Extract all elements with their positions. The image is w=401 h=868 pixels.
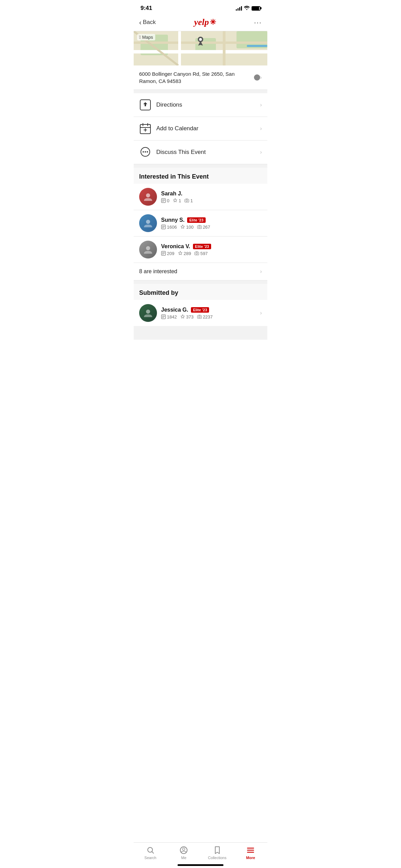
stat-photos-sunny: 267 [197, 225, 210, 230]
submitted-title: Submitted by [139, 289, 178, 296]
stat-reviews-sarah: 0 [161, 198, 169, 203]
user-name-sarah: Sarah J. [161, 191, 182, 197]
svg-point-24 [146, 193, 150, 197]
svg-point-31 [146, 220, 150, 224]
divider-3 [134, 280, 267, 284]
user-info-sarah: Sarah J. 0 1 [161, 191, 262, 203]
maps-provider-label:  Maps [137, 34, 155, 40]
svg-rect-8 [247, 45, 267, 47]
address-content: 6000 Bollinger Canyon Rd, Ste 2650, San … [139, 70, 260, 85]
calendar-icon [139, 122, 151, 135]
svg-point-23 [147, 151, 148, 153]
calendar-chevron-icon: › [260, 125, 262, 132]
user-name-row-jessica: Jessica G. Elite '23 [161, 307, 256, 313]
svg-rect-15 [140, 124, 150, 128]
reviews-icon-jessica [161, 314, 166, 319]
user-stats-jessica: 1842 373 2237 [161, 314, 256, 320]
back-label: Back [143, 19, 156, 26]
directions-left: Directions [139, 99, 182, 111]
svg-rect-6 [178, 31, 181, 65]
svg-rect-43 [195, 252, 199, 255]
reviews-icon-sunny [161, 225, 166, 229]
discuss-chevron-icon: › [260, 149, 262, 155]
avatar-sunny [139, 214, 157, 232]
status-icons [236, 5, 260, 11]
svg-point-21 [143, 151, 144, 153]
user-row-sunny[interactable]: Sunny S. Elite '23 1606 [134, 210, 267, 237]
map-section[interactable]:  Maps [134, 31, 267, 65]
add-calendar-row[interactable]: Add to Calendar › [134, 117, 267, 141]
star-icon-sunny [180, 225, 185, 229]
star-icon-veronica [178, 251, 183, 256]
directions-label: Directions [156, 101, 182, 108]
svg-point-38 [146, 246, 150, 250]
photo-icon [184, 198, 189, 203]
signal-icon [236, 6, 242, 11]
address-chevron-icon: › [260, 74, 262, 81]
jessica-chevron-icon: › [260, 310, 262, 316]
svg-point-30 [186, 200, 188, 202]
nav-bar: ‹ Back yelp ✳ ··· [134, 14, 267, 31]
photo-icon-jessica [197, 314, 202, 319]
svg-point-22 [145, 151, 146, 153]
svg-point-51 [198, 316, 200, 318]
view-more-interested-row[interactable]: 8 are interested › [134, 263, 267, 280]
user-info-veronica: Veronica V. Elite '23 209 [161, 243, 262, 256]
stat-stars-veronica: 289 [178, 251, 191, 256]
status-bar: 9:41 [134, 0, 267, 14]
svg-point-45 [146, 310, 150, 314]
user-row-jessica[interactable]: Jessica G. Elite '23 1842 [134, 300, 267, 326]
calendar-left: Add to Calendar [139, 122, 198, 135]
discuss-left: Discuss This Event [139, 146, 206, 158]
svg-point-12 [199, 38, 202, 41]
discuss-row[interactable]: Discuss This Event › [134, 141, 267, 164]
user-info-jessica: Jessica G. Elite '23 1842 [161, 307, 256, 320]
address-row[interactable]: 6000 Bollinger Canyon Rd, Ste 2650, San … [134, 65, 267, 90]
stat-reviews-jessica: 1842 [161, 314, 177, 320]
stat-photos-veronica: 597 [194, 251, 208, 256]
divider-2 [134, 164, 267, 168]
avatar-sarah [139, 188, 157, 206]
svg-point-44 [196, 253, 198, 254]
svg-rect-36 [197, 226, 202, 229]
view-more-interested-label: 8 are interested [139, 268, 177, 275]
user-info-sunny: Sunny S. Elite '23 1606 [161, 217, 262, 230]
divider-1 [134, 90, 267, 93]
directions-chevron-icon: › [260, 102, 262, 108]
svg-rect-4 [134, 50, 267, 53]
directions-row[interactable]: Directions › [134, 93, 267, 117]
back-button[interactable]: ‹ Back [139, 19, 156, 26]
copy-icon [254, 74, 260, 81]
submitted-section-header: Submitted by [134, 284, 267, 300]
user-stats-veronica: 209 289 597 [161, 251, 262, 256]
interested-section-header: Interested in This Event [134, 168, 267, 184]
back-arrow-icon: ‹ [139, 19, 142, 26]
apple-logo-icon:  [139, 35, 141, 40]
reviews-icon-veronica [161, 251, 166, 256]
user-name-row-veronica: Veronica V. Elite '23 [161, 243, 262, 250]
user-name-sunny: Sunny S. [161, 217, 184, 223]
user-row-sarah[interactable]: Sarah J. 0 1 [134, 184, 267, 210]
user-row-veronica[interactable]: Veronica V. Elite '23 209 [134, 237, 267, 263]
stat-photos-jessica: 2237 [197, 314, 213, 320]
wifi-icon [244, 5, 250, 11]
yelp-burst-icon: ✳ [210, 18, 216, 27]
star-icon [173, 198, 178, 203]
svg-rect-7 [223, 31, 226, 65]
stat-photos-sarah: 1 [184, 198, 193, 203]
stat-reviews-sunny: 1606 [161, 225, 177, 230]
more-options-button[interactable]: ··· [254, 19, 262, 26]
interested-title: Interested in This Event [139, 173, 209, 180]
calendar-label: Add to Calendar [156, 125, 198, 132]
battery-icon [252, 6, 260, 11]
directions-icon [139, 99, 151, 111]
stat-stars-sarah: 1 [173, 198, 181, 203]
svg-point-37 [198, 226, 200, 228]
photo-icon-sunny [197, 225, 202, 229]
yelp-logo: yelp ✳ [194, 17, 216, 27]
user-name-row-sunny: Sunny S. Elite '23 [161, 217, 262, 223]
avatar-veronica [139, 241, 157, 258]
yelp-text: yelp [194, 17, 209, 27]
user-name-row-sarah: Sarah J. [161, 191, 262, 197]
stat-stars-jessica: 373 [180, 314, 194, 320]
